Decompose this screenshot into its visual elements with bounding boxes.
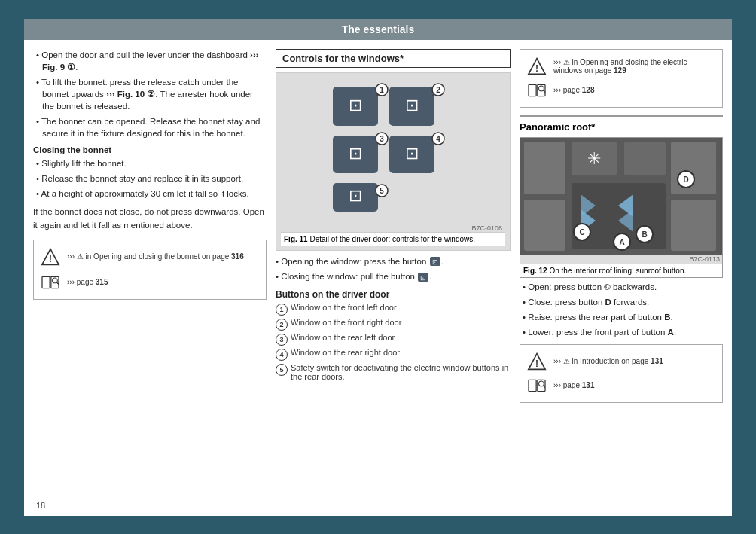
- svg-rect-2: [42, 276, 50, 288]
- page: The essentials • Open the door and pull …: [24, 19, 732, 516]
- panoramic-title: Panoramic roof*: [520, 115, 723, 133]
- svg-text:!: !: [535, 359, 538, 369]
- btn-text-1: Window on the front left door: [291, 303, 397, 312]
- fig11-label: Fig. 11: [284, 235, 308, 243]
- list-item-4: 4 Window on the rear right door: [276, 348, 511, 361]
- num-2: 2: [276, 319, 288, 331]
- num-3: 3: [276, 334, 288, 346]
- close-bullet-2: • Release the bonnet stay and replace it…: [33, 172, 267, 185]
- list-item-3: 3 Window on the rear left door: [276, 333, 511, 346]
- svg-text:!: !: [535, 63, 538, 73]
- list-item-5: 5 Safety switch for deactivating the ele…: [276, 363, 511, 381]
- svg-text:5: 5: [380, 187, 384, 195]
- bottom-page-row: ››› page 131: [526, 375, 716, 396]
- num-4: 4: [276, 349, 288, 361]
- pano-bullet-4: • Lower: press the front part of button …: [520, 326, 723, 338]
- svg-text:!: !: [49, 254, 52, 264]
- left-ref-page-text: ››› page 315: [67, 278, 108, 286]
- close-bullet-1: • Slightly lift the bonnet.: [33, 157, 267, 169]
- svg-point-5: [53, 278, 58, 283]
- buttons-list: 1 Window on the front left door 2 Window…: [276, 303, 511, 381]
- svg-text:B: B: [642, 230, 647, 239]
- panoramic-section: Panoramic roof*: [520, 115, 723, 338]
- pano-bullet-2: • Close: press button D forwards.: [520, 296, 723, 308]
- svg-rect-36: [538, 84, 545, 96]
- left-column: • Open the door and pull the lever under…: [33, 49, 267, 410]
- fig11-desc: Detail of the driver door: controls for …: [309, 235, 475, 243]
- svg-point-72: [539, 381, 544, 386]
- right-bottom-ref-box: ! ››› ⚠ in Introduction on page 131: [520, 344, 723, 403]
- fig12-label: Fig. 12: [523, 267, 547, 275]
- bottom-warning-row: ! ››› ⚠ in Introduction on page 131: [526, 351, 716, 372]
- right-column: ! ››› ⚠ in Opening and closing the elect…: [520, 49, 723, 410]
- fig12-container: ✳: [520, 137, 723, 278]
- btn-text-4: Window on the rear right door: [291, 348, 400, 357]
- svg-text:D: D: [683, 175, 688, 184]
- left-para-1: • Open the door and pull the lever under…: [33, 49, 267, 73]
- bottom-book-icon: [526, 375, 547, 396]
- fig12-code: B7C-0113: [520, 255, 722, 264]
- closing-heading: Closing the bonnet: [33, 145, 267, 154]
- bottom-page-text: ››› page 131: [553, 381, 594, 389]
- svg-text:1: 1: [380, 86, 384, 94]
- left-ref-warning-row: ! ››› ⚠ in Opening and closing the bonne…: [40, 246, 260, 267]
- bottom-warning-text: ››› ⚠ in Introduction on page 131: [553, 357, 663, 365]
- pano-bullet-3: • Raise: press the rear part of button B…: [520, 311, 723, 323]
- svg-text:✳: ✳: [587, 149, 601, 168]
- btn-text-5: Safety switch for deactivating the elect…: [291, 363, 511, 381]
- right-page-row: ››› page 128: [526, 80, 716, 101]
- closing-window-text: • Closing the window: pull the button ⊡.: [276, 270, 511, 283]
- warning-icon: !: [40, 246, 61, 267]
- right-warning-row: ! ››› ⚠ in Opening and closing the elect…: [526, 56, 716, 77]
- right-book-icon: [526, 80, 547, 101]
- svg-rect-67: [671, 200, 716, 251]
- svg-rect-70: [529, 380, 536, 391]
- opening-text: • Opening the window: press the button ⊡…: [276, 255, 511, 268]
- page-number: 18: [36, 501, 45, 510]
- svg-rect-71: [538, 380, 545, 391]
- window-controls-svg: ⊡ ⊡ 1 2 ⊡: [318, 79, 468, 222]
- fig12-desc: On the interior roof lining: sunroof but…: [549, 267, 686, 275]
- left-ref-warning-text: ››› ⚠ in Opening and closing the bonnet …: [67, 252, 244, 261]
- right-page-text: ››› page 128: [553, 86, 594, 94]
- roof-svg: ✳: [520, 138, 720, 255]
- svg-text:⊡: ⊡: [349, 144, 362, 163]
- left-ref-box: ! ››› ⚠ in Opening and closing the bonne…: [33, 240, 267, 300]
- svg-text:⊡: ⊡: [405, 144, 419, 163]
- svg-text:⊡: ⊡: [432, 258, 438, 266]
- svg-point-37: [539, 86, 544, 91]
- svg-text:⊡: ⊡: [349, 186, 362, 205]
- right-warning-text: ››› ⚠ in Opening and closing the electri…: [553, 58, 716, 75]
- svg-text:⊡: ⊡: [405, 96, 419, 114]
- middle-column: Controls for the windows* ⊡ ⊡ 1: [276, 49, 511, 410]
- svg-rect-3: [51, 276, 59, 288]
- btn-text-2: Window on the front right door: [291, 318, 401, 327]
- book-icon: [40, 272, 61, 293]
- buttons-heading: Buttons on the driver door: [276, 289, 511, 300]
- page-header: The essentials: [24, 19, 732, 40]
- fig11-caption: Fig. 11 Detail of the driver door: contr…: [281, 232, 505, 246]
- fig11-container: ⊡ ⊡ 1 2 ⊡: [276, 72, 511, 251]
- svg-text:A: A: [619, 238, 624, 246]
- panoramic-img: ✳: [520, 138, 722, 255]
- svg-text:C: C: [579, 228, 584, 236]
- list-item-2: 2 Window on the front right door: [276, 318, 511, 331]
- pano-bullet-1: • Open: press button © backwards.: [520, 281, 723, 293]
- list-item-1: 1 Window on the front left door: [276, 303, 511, 316]
- bottom-warning-icon: !: [526, 351, 547, 372]
- closing-para: If the bonnet does not close, do not pre…: [33, 206, 267, 232]
- svg-rect-53: [524, 200, 565, 251]
- svg-text:2: 2: [436, 86, 440, 94]
- right-warning-icon: !: [526, 56, 547, 77]
- left-para-3: • The bonnet can be opened. Release the …: [33, 115, 267, 139]
- fig11-code: B7C-0106: [281, 224, 505, 232]
- num-5: 5: [276, 364, 288, 376]
- close-bullet-3: • At a height of approximately 30 cm let…: [33, 188, 267, 200]
- svg-text:⊡: ⊡: [349, 96, 362, 114]
- left-para-2: • To lift the bonnet: press the release …: [33, 76, 267, 112]
- left-ref-page-row: ››› page 315: [40, 272, 260, 293]
- svg-text:⊡: ⊡: [420, 274, 426, 282]
- num-1: 1: [276, 304, 288, 316]
- right-top-ref-box: ! ››› ⚠ in Opening and closing the elect…: [520, 49, 723, 108]
- windows-section-title: Controls for the windows*: [276, 49, 511, 68]
